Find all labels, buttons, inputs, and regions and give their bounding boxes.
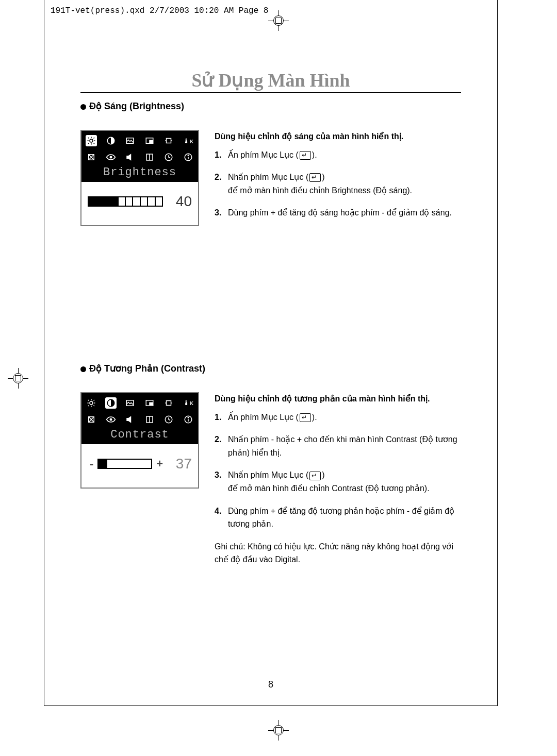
- registration-mark-bottom: [268, 720, 289, 741]
- bullet-icon: [80, 104, 86, 110]
- plus-sign: +: [156, 457, 163, 471]
- bullet-icon: [80, 366, 86, 372]
- svg-rect-13: [167, 139, 171, 143]
- page-frame: Sử Dụng Màn Hình Độ Sáng (Brightness): [44, 0, 498, 706]
- aspect-icon: [163, 397, 174, 409]
- section-brightness: Độ Sáng (Brightness) 🌡ĸ: [80, 100, 461, 229]
- contrast-icon: [105, 135, 117, 146]
- svg-point-0: [90, 139, 93, 142]
- svg-line-28: [94, 405, 95, 406]
- info-icon: [183, 152, 194, 163]
- svg-line-7: [88, 143, 89, 144]
- section-contrast: Độ Tương Phản (Contrast) 🌡ĸ: [80, 363, 461, 566]
- contrast-heading: Độ Tương Phản (Contrast): [80, 363, 461, 374]
- svg-line-27: [88, 400, 89, 401]
- minus-sign: -: [90, 457, 93, 471]
- clock-icon: [163, 414, 174, 425]
- brightness-icon: [86, 135, 97, 146]
- contrast-step-2: 2Nhấn phím - hoặc + cho đến khi màn hình…: [215, 433, 461, 459]
- menu-key-icon: [300, 151, 311, 160]
- layout-icon: [144, 414, 155, 425]
- brightness-step-1: 1Ấn phím Mục Lục ().: [215, 148, 461, 162]
- color-k-icon: 🌡ĸ: [183, 397, 194, 409]
- brightness-step-3: 3Dùng phím + để tăng độ sáng hoặc phím -…: [215, 206, 461, 220]
- brightness-lead: Dùng hiệu chỉnh độ sáng của màn hình hiể…: [215, 130, 461, 143]
- contrast-lead: Dùng hiệu chỉnh độ tương phản của màn hì…: [215, 392, 461, 406]
- contrast-value: 37: [169, 456, 192, 472]
- pip-icon: [144, 135, 155, 146]
- osd-brightness-panel: 🌡ĸ Brightness: [80, 130, 199, 226]
- geometry-icon: [86, 152, 97, 163]
- svg-rect-35: [167, 400, 171, 405]
- contrast-step-1: 1Ấn phím Mục Lục ().: [215, 411, 461, 424]
- page-number: 8: [268, 679, 273, 690]
- osd-label-brightness: Brightness: [81, 166, 198, 179]
- svg-point-37: [110, 418, 111, 420]
- svg-line-6: [94, 143, 95, 144]
- eye-icon: [105, 414, 117, 425]
- svg-line-29: [88, 405, 89, 406]
- image-icon: [124, 397, 136, 409]
- svg-point-43: [188, 417, 189, 418]
- aspect-icon: [163, 135, 174, 146]
- svg-rect-34: [150, 402, 152, 405]
- osd-icon-row: 🌡ĸ: [81, 393, 198, 427]
- svg-point-21: [188, 155, 189, 156]
- osd-contrast-panel: 🌡ĸ Contrast -: [80, 392, 199, 489]
- contrast-note: Ghi chú: Không có hiệu lực. Chức năng nà…: [215, 540, 461, 566]
- layout-icon: [144, 152, 155, 163]
- osd-icon-row: 🌡ĸ: [81, 131, 198, 165]
- geometry-icon: [86, 414, 97, 425]
- page-title: Sử Dụng Màn Hình: [80, 70, 461, 92]
- svg-point-22: [90, 401, 93, 405]
- color-k-icon: 🌡ĸ: [183, 135, 194, 146]
- svg-line-30: [94, 400, 95, 401]
- svg-rect-12: [150, 140, 152, 143]
- svg-line-8: [94, 138, 95, 139]
- clock-icon: [163, 152, 174, 163]
- image-icon: [124, 135, 136, 146]
- registration-mark-left: [8, 368, 28, 389]
- svg-point-15: [110, 156, 111, 158]
- brightness-slider: [88, 196, 163, 207]
- brightness-step-2: 2Nhấn phím Mục Lục ()để mở màn hình điều…: [215, 171, 461, 197]
- menu-key-icon: [300, 413, 311, 422]
- brightness-instructions: Dùng hiệu chỉnh độ sáng của màn hình hiể…: [215, 130, 461, 229]
- contrast-step-4: 4Dùng phím + để tăng độ tương phản hoặc …: [215, 505, 461, 531]
- pip-icon: [144, 397, 155, 409]
- info-icon: [183, 414, 194, 425]
- osd-label-contrast: Contrast: [81, 428, 198, 441]
- eye-icon: [105, 152, 117, 163]
- svg-line-5: [88, 138, 89, 139]
- contrast-step-3: 3Nhấn phím Mục Lục ()để mở màn hình điều…: [215, 468, 461, 495]
- brightness-value: 40: [169, 193, 192, 210]
- menu-key-icon: [309, 472, 321, 480]
- contrast-instructions: Dùng hiệu chỉnh độ tương phản của màn hì…: [215, 392, 461, 566]
- brightness-icon: [86, 397, 97, 409]
- volume-icon: [124, 152, 136, 163]
- menu-key-icon: [309, 173, 321, 182]
- brightness-heading: Độ Sáng (Brightness): [80, 100, 461, 112]
- contrast-icon: [105, 397, 117, 409]
- contrast-slider: [97, 459, 152, 469]
- volume-icon: [124, 414, 136, 425]
